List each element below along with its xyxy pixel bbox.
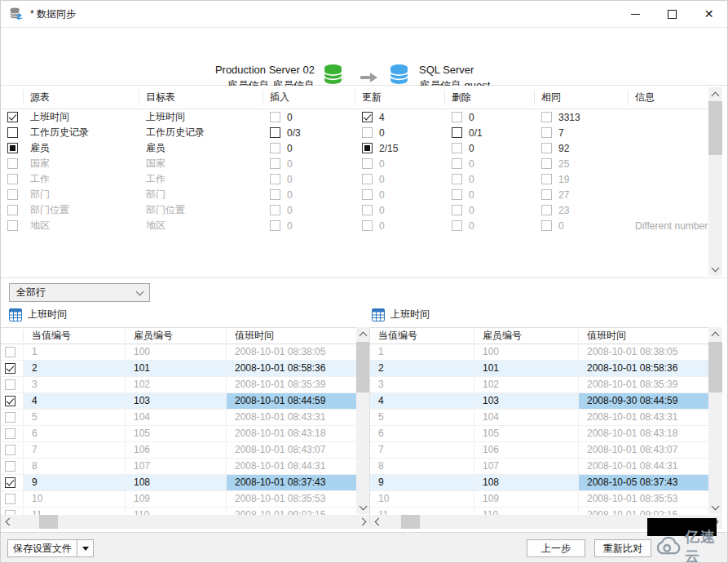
column-header-employee-id[interactable]: 雇员编号 bbox=[474, 330, 579, 342]
insert-cell: 0 bbox=[263, 220, 355, 232]
checkbox[interactable] bbox=[5, 477, 15, 488]
column-header-update[interactable]: 更新 bbox=[355, 90, 445, 104]
checkbox[interactable] bbox=[5, 494, 15, 504]
checkbox[interactable] bbox=[5, 347, 15, 357]
back-button[interactable]: 上一步 bbox=[527, 539, 585, 557]
column-header-target-table[interactable]: 目标表 bbox=[139, 90, 263, 104]
scroll-down-icon bbox=[712, 502, 720, 510]
duty-id-cell: 4 bbox=[24, 393, 126, 409]
identical-cell: 25 bbox=[535, 158, 629, 170]
save-profile-dropdown-button[interactable] bbox=[77, 539, 94, 557]
data-row: 81072008-10-01 08:44:31 bbox=[370, 459, 709, 475]
scrollbar-thumb[interactable] bbox=[39, 515, 58, 529]
duty-time-cell: 2008-10-01 08:35:53 bbox=[579, 491, 709, 507]
checkbox[interactable] bbox=[5, 445, 15, 455]
duty-time-cell: 2008-10-01 08:38:05 bbox=[227, 344, 356, 360]
left-table-title-label: 上班时间 bbox=[28, 308, 67, 321]
employee-id-cell: 109 bbox=[126, 491, 227, 507]
employee-id-cell: 106 bbox=[126, 442, 227, 458]
checkbox[interactable] bbox=[452, 127, 462, 138]
target-database-icon bbox=[388, 64, 410, 85]
scrollbar-thumb[interactable] bbox=[708, 101, 722, 155]
checkbox bbox=[270, 189, 280, 200]
cell-value: 23 bbox=[558, 205, 569, 216]
save-profile-split-button[interactable]: 保存设置文件 bbox=[7, 539, 94, 557]
source-table-label: 部门 bbox=[30, 188, 50, 202]
cell-value: 0 bbox=[287, 205, 293, 216]
minimize-button[interactable] bbox=[617, 1, 654, 27]
target-data-table: 当值编号 雇员编号 值班时间 11002008-10-01 08:38:0521… bbox=[369, 327, 709, 524]
scroll-up-icon bbox=[712, 91, 720, 100]
checkbox[interactable] bbox=[362, 143, 373, 153]
checkbox bbox=[452, 158, 462, 169]
column-header-duty-time[interactable]: 值班时间 bbox=[227, 330, 356, 342]
column-header-source-table[interactable]: 源表 bbox=[24, 90, 139, 104]
source-table-label: 部门位置 bbox=[30, 203, 69, 217]
row-select-cell bbox=[1, 459, 24, 474]
identical-cell: 27 bbox=[535, 189, 629, 201]
cell-value: 0 bbox=[469, 158, 474, 170]
checkbox bbox=[452, 220, 462, 231]
back-button-label: 上一步 bbox=[541, 542, 571, 556]
checkbox[interactable] bbox=[5, 428, 15, 439]
checkbox[interactable] bbox=[7, 143, 18, 153]
right-table-title: 上班时间 bbox=[372, 308, 430, 321]
scrollbar-thumb[interactable] bbox=[356, 342, 370, 392]
row-select-cell bbox=[1, 127, 24, 138]
source-table-label: 雇员 bbox=[30, 141, 50, 155]
row-select-cell bbox=[1, 189, 24, 200]
checkbox[interactable] bbox=[5, 363, 15, 374]
scrollbar-thumb[interactable] bbox=[708, 342, 722, 392]
column-header-duty-id[interactable]: 当值编号 bbox=[24, 330, 126, 342]
data-row: 21012008-10-01 08:58:36 bbox=[370, 361, 709, 377]
cloud-logo-icon bbox=[655, 535, 682, 558]
duty-time-cell: 2008-10-01 08:43:31 bbox=[227, 410, 356, 425]
checkbox[interactable] bbox=[7, 127, 18, 138]
column-header-delete[interactable]: 删除 bbox=[445, 90, 535, 104]
checkbox[interactable] bbox=[5, 412, 15, 423]
column-header-insert[interactable]: 插入 bbox=[263, 90, 355, 104]
column-header-employee-id[interactable]: 雇员编号 bbox=[126, 330, 227, 342]
rows-filter-select[interactable]: 全部行 bbox=[9, 283, 150, 302]
save-profile-button[interactable]: 保存设置文件 bbox=[7, 539, 77, 557]
column-header-duty-time[interactable]: 值班时间 bbox=[579, 330, 709, 342]
close-icon: ✕ bbox=[704, 8, 714, 20]
maximize-icon bbox=[668, 10, 677, 19]
duty-time-cell: 2008-10-01 08:44:31 bbox=[579, 459, 709, 474]
checkbox[interactable] bbox=[5, 461, 15, 472]
maximize-button[interactable] bbox=[654, 1, 690, 27]
close-button[interactable]: ✕ bbox=[690, 1, 727, 27]
scrollbar-thumb[interactable] bbox=[401, 515, 420, 529]
data-row: 61052008-10-01 08:43:18 bbox=[370, 426, 709, 442]
cell-value: 7 bbox=[558, 127, 564, 139]
checkbox bbox=[452, 112, 462, 122]
recompare-button[interactable]: 重新比对 bbox=[594, 539, 651, 557]
checkbox[interactable] bbox=[5, 396, 15, 406]
update-cell: 0 bbox=[355, 220, 445, 232]
cell-value: 0 bbox=[558, 220, 564, 232]
duty-id-cell: 4 bbox=[370, 393, 474, 409]
employee-id-cell: 109 bbox=[474, 491, 579, 507]
column-header-identical[interactable]: 相同 bbox=[535, 90, 629, 104]
delete-cell: 0 bbox=[445, 143, 535, 154]
checkbox[interactable] bbox=[362, 112, 373, 122]
checkbox[interactable] bbox=[5, 379, 15, 390]
insert-cell: 0 bbox=[263, 174, 355, 185]
target-table-vscrollbar[interactable] bbox=[708, 327, 722, 514]
checkbox bbox=[270, 112, 280, 122]
comparison-table-vscrollbar[interactable] bbox=[708, 87, 722, 276]
duty-id-cell: 3 bbox=[24, 377, 126, 392]
checkbox[interactable] bbox=[270, 127, 280, 138]
source-table-label: 国家 bbox=[30, 157, 50, 171]
source-table-hscrollbar[interactable] bbox=[1, 515, 370, 529]
data-row: 91082008-10-05 08:37:43 bbox=[370, 475, 709, 491]
source-table-vscrollbar[interactable] bbox=[356, 327, 370, 514]
comparison-table-body: 上班时间上班时间0403313工作历史记录工作历史记录0/300/17雇员雇员0… bbox=[1, 109, 728, 233]
target-data-table-header: 当值编号 雇员编号 值班时间 bbox=[370, 327, 709, 344]
duty-time-cell: 2008-10-01 08:43:18 bbox=[227, 426, 356, 441]
checkbox[interactable] bbox=[7, 112, 18, 122]
duty-id-cell: 9 bbox=[24, 475, 126, 490]
column-header-info[interactable]: 信息 bbox=[629, 90, 708, 104]
column-header-duty-id[interactable]: 当值编号 bbox=[370, 330, 474, 342]
data-row: 21012008-10-01 08:58:36 bbox=[1, 361, 356, 377]
